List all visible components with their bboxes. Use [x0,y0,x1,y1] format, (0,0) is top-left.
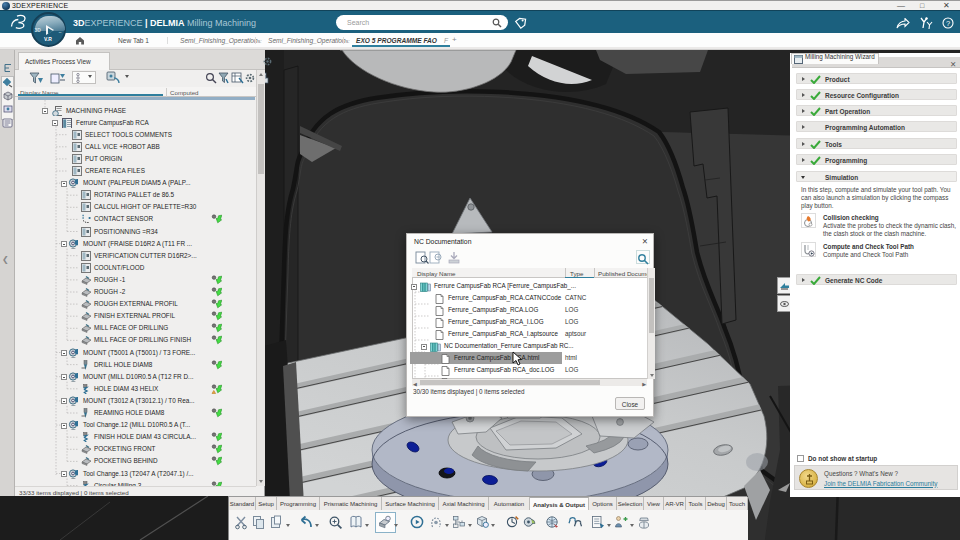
svg-text:?: ? [946,18,950,27]
